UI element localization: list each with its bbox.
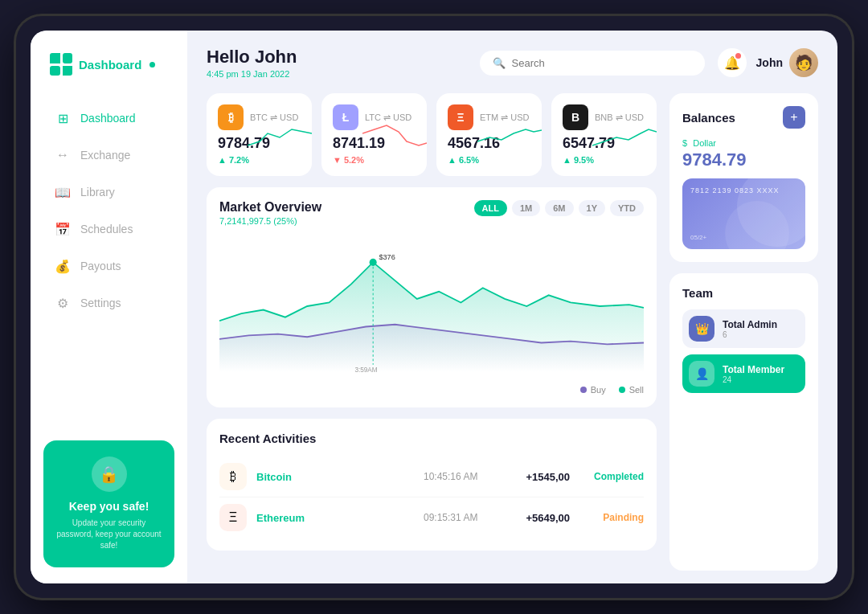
activity-eth-name: Ethereum [256,512,414,524]
header-left: Hello John 4:45 pm 19 Jan 2022 [207,47,467,79]
filter-1m[interactable]: 1M [512,200,540,216]
sidebar-label-dashboard: Dashboard [80,112,136,125]
page-title: Hello John [207,47,467,68]
crypto-card-etm: Ξ ETM ⇌ USD 4567.16 ▲ 6.5% [436,93,542,176]
logo-text: Dashboard [79,58,141,72]
card-number: 7812 2139 0823 XXXX [690,186,797,194]
activity-btc-icon: ₿ [219,463,247,490]
library-icon: 📖 [55,184,71,200]
filter-ytd[interactable]: YTD [610,200,644,216]
app-container: Dashboard ⊞ Dashboard ↔ Exchange 📖 Libra… [31,31,837,583]
right-panel: Balances + $ Dollar 9784.79 7812 2139 08… [669,93,818,571]
market-header: Market Overview 7,2141,997.5 (25%) ALL 1… [219,200,644,226]
crypto-card-btc: ₿ BTC ⇌ USD 9784.79 ▲ 7.2% [207,93,312,176]
filter-6m[interactable]: 6M [545,200,573,216]
notification-button[interactable]: 🔔 [718,48,747,77]
safety-description: Update your security password, keep your… [56,518,162,551]
buy-dot [580,387,587,393]
svg-text:$376: $376 [379,253,395,261]
dollar-sign: $ [682,138,687,148]
team-card: Team 👑 Total Admin 6 👤 Total Member [669,273,818,571]
search-bar[interactable]: 🔍 [480,51,705,76]
etm-icon: Ξ [448,104,473,130]
legend-sell: Sell [619,385,644,395]
header: Hello John 4:45 pm 19 Jan 2022 🔍 🔔 John … [187,31,837,87]
filter-1y[interactable]: 1Y [579,200,605,216]
activity-btc-name: Bitcoin [256,471,414,483]
nav-items: ⊞ Dashboard ↔ Exchange 📖 Library 📅 Sched… [31,101,187,320]
activity-eth-amount: +5649,00 [506,512,570,524]
activity-btc-time: 10:45:16 AM [424,471,496,482]
crypto-cards: ₿ BTC ⇌ USD 9784.79 ▲ 7.2% [207,93,657,176]
header-right: 🔔 John 🧑 [718,48,818,77]
admin-count: 6 [723,330,777,339]
market-chart: $376 3:59AM [219,234,644,379]
dashboard-icon: ⊞ [55,110,71,126]
bnb-chart [592,117,657,158]
team-member-admin: 👑 Total Admin 6 [682,309,805,348]
sidebar-label-library: Library [80,186,115,199]
member2-info: Total Member 24 [723,364,784,384]
notification-dot [735,53,741,59]
safety-title: Keep you safe! [56,500,162,513]
ltc-icon: Ł [333,104,358,130]
device-frame: Dashboard ⊞ Dashboard ↔ Exchange 📖 Libra… [16,16,852,598]
market-title-block: Market Overview 7,2141,997.5 (25%) [219,200,321,226]
market-subtitle: 7,2141,997.5 (25%) [219,216,321,226]
sidebar-logo: Dashboard [31,53,187,101]
filter-all[interactable]: ALL [474,200,507,216]
main-content: Hello John 4:45 pm 19 Jan 2022 🔍 🔔 John … [187,31,837,583]
search-input[interactable] [512,57,692,69]
sidebar-item-library[interactable]: 📖 Library [43,175,174,209]
credit-card: 7812 2139 0823 XXXX 05/2+ [682,178,805,249]
search-icon: 🔍 [493,57,506,69]
user-name: John [756,56,783,69]
admin-info: Total Admin 6 [723,319,777,339]
activity-eth-time: 09:15:31 AM [424,512,496,523]
exchange-icon: ↔ [55,147,71,163]
market-chart-svg: $376 3:59AM [219,234,644,379]
sidebar-label-exchange: Exchange [80,149,130,162]
activity-eth-icon: Ξ [219,504,247,531]
activities-title: Recent Activities [219,432,644,445]
activity-btc-status: Completed [579,471,644,482]
sidebar-item-exchange[interactable]: ↔ Exchange [43,138,174,172]
chart-legend: Buy Sell [219,385,644,395]
balances-card: Balances + $ Dollar 9784.79 7812 2139 08… [669,93,818,262]
sidebar-label-payouts: Payouts [80,260,121,272]
member2-name: Total Member [723,364,784,375]
time-filters: ALL 1M 6M 1Y YTD [474,200,644,216]
buy-label: Buy [591,385,606,395]
safety-card: 🔒 Keep you safe! Update your security pa… [43,440,174,567]
crypto-card-bnb: B BNB ⇌ USD 6547.79 ▲ 9.5% [551,93,657,176]
activity-row-btc: ₿ Bitcoin 10:45:16 AM +1545,00 Completed [219,456,644,497]
user-info[interactable]: John 🧑 [756,48,818,77]
svg-point-0 [370,259,377,266]
bnb-icon: B [563,104,588,130]
crypto-card-ltc: Ł LTC ⇌ USD 8741.19 ▼ 5.2% [321,93,427,176]
activity-eth-status: Painding [579,512,644,523]
settings-icon: ⚙ [55,295,71,311]
add-balance-button[interactable]: + [783,106,805,129]
sidebar-item-payouts[interactable]: 💰 Payouts [43,249,174,283]
sidebar-label-schedules: Schedules [80,223,133,235]
market-overview-card: Market Overview 7,2141,997.5 (25%) ALL 1… [207,187,657,407]
admin-avatar: 👑 [689,316,714,342]
sidebar-item-settings[interactable]: ⚙ Settings [43,286,174,320]
center-column: ₿ BTC ⇌ USD 9784.79 ▲ 7.2% [207,93,657,571]
team-title: Team [682,286,805,300]
balance-amount: 9784.79 [682,149,805,170]
sidebar-item-schedules[interactable]: 📅 Schedules [43,212,174,246]
avatar: 🧑 [789,48,818,77]
sidebar-item-dashboard[interactable]: ⊞ Dashboard [43,101,174,135]
admin-name: Total Admin [723,319,777,330]
payouts-icon: 💰 [55,258,71,274]
btc-icon: ₿ [218,104,244,130]
sell-label: Sell [629,385,644,395]
card-expiry: 05/2+ [690,234,706,241]
activities-card: Recent Activities ₿ Bitcoin 10:45:16 AM … [207,419,657,551]
scroll-area: ₿ BTC ⇌ USD 9784.79 ▲ 7.2% [187,87,837,583]
etm-chart [477,117,542,158]
member2-count: 24 [723,375,784,384]
balances-header: Balances + [682,106,805,129]
